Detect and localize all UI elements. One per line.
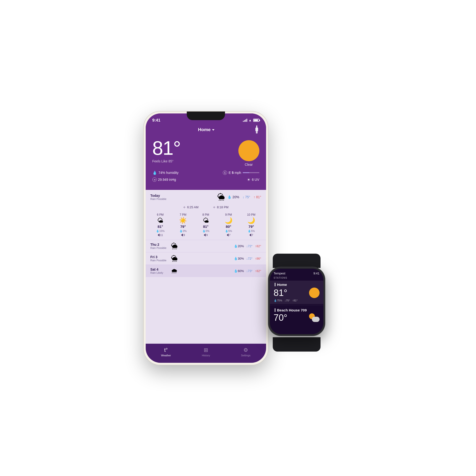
- watch-time: 9:41: [313, 272, 319, 275]
- location-name: Home: [198, 127, 211, 132]
- tab-settings[interactable]: ⚙ Settings: [241, 347, 251, 357]
- hour-precip: 💧5%: [248, 230, 255, 233]
- phone-notch: [187, 112, 225, 120]
- daily-icon: 🌧: [171, 267, 178, 275]
- tab-history[interactable]: ⊞ History: [202, 347, 210, 357]
- humidity-value: 74% humidity: [159, 171, 179, 175]
- hour-temp: 79°: [180, 224, 186, 229]
- location-title[interactable]: Home: [198, 127, 215, 132]
- daily-day-sub: Rain Likely: [151, 271, 167, 274]
- phone-header: Home: [146, 124, 266, 136]
- today-precip: 20%: [232, 195, 239, 199]
- hour-wind: 7: [227, 234, 230, 237]
- weather-details: 💧 74% humidity E E 5 mph: [146, 167, 266, 186]
- daily-icon: 🌦: [171, 255, 178, 262]
- daily-day-sub: Rain Possible: [151, 259, 167, 262]
- daily-row-fri: Fri 3 Rain Possible 🌦 💧30% ↓72° ↑86°: [146, 252, 266, 265]
- condition-label: Clear: [245, 163, 253, 167]
- watch-station-home[interactable]: ▐ Home 81° 💧75% ↓75° ↑81°: [270, 281, 323, 304]
- tab-history-label: History: [202, 354, 210, 357]
- watch-beach-name: Beach House 709: [277, 308, 307, 312]
- daily-day-name: Fri 3: [151, 255, 167, 259]
- hour-time: 7 PM: [180, 213, 186, 216]
- hour-temp: 79°: [249, 224, 254, 229]
- uv-detail: ☀ 6 UV: [247, 177, 259, 182]
- today-condition: Rain Possible: [151, 198, 167, 200]
- watch-device: Tempest 9:41 STATIONS ▐ Home 81° 💧75: [261, 260, 332, 346]
- hour-time: 6 PM: [157, 213, 164, 216]
- watch-partly-cloudy-icon: [309, 313, 320, 322]
- hour-time: 10 PM: [247, 213, 255, 216]
- hour-icon-sun: ☀️: [179, 217, 187, 223]
- tab-weather-label: Weather: [161, 354, 171, 357]
- hour-item: 8 PM 🌤 81° 💧0% 9: [194, 212, 217, 238]
- daily-icon: 🌦: [171, 242, 178, 250]
- phone-device: 9:41 ▲: [144, 112, 268, 365]
- watch-band-top: [273, 254, 321, 268]
- watch-station-beach[interactable]: ▐ Beach House 709 70°: [270, 306, 323, 324]
- sunrise-time: 6:25 AM: [187, 205, 199, 209]
- status-time: 9:41: [152, 118, 160, 123]
- status-icons: ▲: [243, 119, 259, 122]
- hour-wind: 11: [158, 234, 163, 237]
- hour-wind: 9: [181, 234, 185, 237]
- hour-icon-sun: 🌤: [203, 217, 209, 223]
- tab-weather[interactable]: t° Weather: [161, 347, 171, 357]
- hour-icon-sun: 🌤: [157, 217, 163, 223]
- hourly-scroll: 6 PM 🌤 81° 💧15% 11 7 PM ☀️ 79° 💧0% 9: [146, 211, 266, 240]
- hour-precip: 💧5%: [225, 230, 232, 233]
- today-label: Today: [151, 194, 167, 198]
- tab-settings-label: Settings: [241, 354, 251, 357]
- watch-stations-label: STATIONS: [270, 277, 323, 281]
- station-device-icon[interactable]: [254, 125, 260, 134]
- weather-tab-icon: t°: [164, 347, 168, 353]
- watch-home-stats: 💧75% ↓75° ↑81°: [274, 299, 320, 302]
- wind-value: E 5 mph: [229, 171, 241, 175]
- feels-like: Feels Like 85°: [152, 159, 181, 163]
- watch-station-icon: ▐: [274, 308, 276, 312]
- history-tab-icon: ⊞: [204, 347, 208, 353]
- watch-divider: [270, 305, 323, 305]
- hour-temp: 80°: [226, 224, 231, 229]
- wind-bar-container: [243, 172, 259, 173]
- current-temperature: 81°: [152, 138, 181, 158]
- today-weather-icon: 🌦: [217, 193, 225, 202]
- wind-bar: [243, 172, 259, 173]
- wifi-icon: ▲: [249, 119, 252, 122]
- today-high: 81°: [256, 195, 261, 199]
- hour-temp: 81°: [203, 224, 208, 229]
- watch-band-bottom: [273, 337, 321, 352]
- pressure-detail: ➜ 29.949 inHg: [152, 177, 176, 182]
- hour-item: 10 PM 🌙 79° 💧5% 7: [240, 212, 262, 238]
- watch-station-icon: ▐: [274, 283, 276, 286]
- humidity-detail: 💧 74% humidity: [152, 170, 179, 175]
- today-stats: 💧 20% ↓ 75° ↑ 81°: [227, 195, 261, 199]
- today-low: 75°: [245, 195, 250, 199]
- svg-rect-1: [255, 128, 258, 131]
- daily-day-name: Sat 4: [151, 268, 167, 271]
- phone-screen: 9:41 ▲: [146, 113, 266, 363]
- today-forecast-row: Today Rain Possible 🌦 💧 20% ↓ 75° ↑ 81°: [146, 190, 266, 204]
- daily-row-thu: Thu 2 Rain Possible 🌦 💧20% ↓72° ↑82°: [146, 240, 266, 252]
- signal-bars-icon: [243, 119, 247, 122]
- daily-day-name: Thu 2: [151, 243, 167, 246]
- watch-station-name: Home: [277, 283, 287, 287]
- sun-icon: [238, 140, 259, 161]
- hour-item: 9 PM 🌙 80° 💧5% 7: [217, 212, 240, 238]
- watch-case: Tempest 9:41 STATIONS ▐ Home 81° 💧75: [268, 267, 325, 336]
- hour-precip: 💧15%: [156, 230, 165, 233]
- sunset-item: ✧ 8:18 PM: [213, 205, 228, 209]
- tab-bar: t° Weather ⊞ History ⚙ Settings: [146, 344, 266, 363]
- daily-row-sat: Sat 4 Rain Likely 🌧 💧60% ↓73° ↑82°: [146, 265, 266, 277]
- hour-item: 6 PM 🌤 81° 💧15% 11: [149, 212, 172, 238]
- sunrise-sunset-row: ✧ 6:25 AM ✧ 8:18 PM: [146, 204, 266, 211]
- hour-precip: 💧0%: [202, 230, 209, 233]
- hour-temp: 81°: [158, 224, 163, 229]
- watch-screen: Tempest 9:41 STATIONS ▐ Home 81° 💧75: [270, 269, 323, 334]
- wind-detail: E E 5 mph: [223, 170, 259, 175]
- daily-stats: 💧20% ↓72° ↑82°: [234, 244, 261, 248]
- hour-item: 7 PM ☀️ 79° 💧0% 9: [172, 212, 194, 238]
- chevron-down-icon: [212, 129, 215, 131]
- hour-icon-moon: 🌙: [247, 217, 255, 223]
- daily-forecast: Thu 2 Rain Possible 🌦 💧20% ↓72° ↑82°: [146, 240, 266, 344]
